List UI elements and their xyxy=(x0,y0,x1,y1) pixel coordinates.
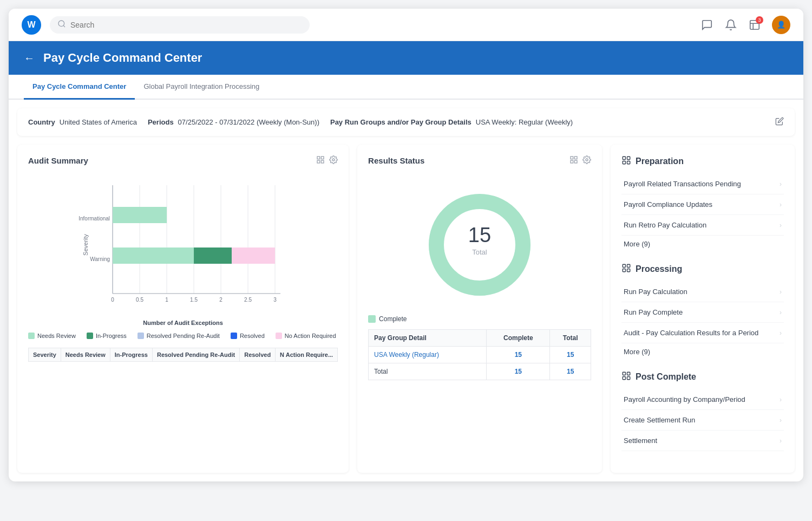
legend-no-action: No Action Required xyxy=(276,333,336,339)
results-status-card: Results Status 15 Total xyxy=(357,145,602,473)
panel-item-run-pay-calc[interactable]: Run Pay Calculation › xyxy=(621,282,784,302)
svg-rect-51 xyxy=(627,372,630,375)
panel-item-payroll-transactions[interactable]: Payroll Related Transactions Pending › xyxy=(621,174,784,194)
table-row: Total1515 xyxy=(369,363,591,380)
processing-title: Processing xyxy=(621,263,784,275)
chevron-right-icon: › xyxy=(780,396,782,403)
post-complete-title: Post Complete xyxy=(621,371,784,383)
search-bar[interactable] xyxy=(50,16,310,34)
edit-filter-icon[interactable] xyxy=(775,117,784,127)
preparation-icon xyxy=(621,155,631,167)
results-group-cell[interactable]: USA Weekly (Regular) xyxy=(369,347,487,363)
legend-in-progress: In-Progress xyxy=(87,333,127,339)
svg-rect-4 xyxy=(317,160,320,163)
chart-x-label: Number of Audit Exceptions xyxy=(28,320,338,326)
legend-dot-no-action xyxy=(276,333,282,339)
svg-rect-32 xyxy=(571,157,573,159)
post-complete-icon xyxy=(621,371,631,383)
avatar[interactable]: 👤 xyxy=(772,16,790,34)
audit-th-severity: Severity xyxy=(29,348,61,362)
page-header: ← Pay Cycle Command Center xyxy=(9,41,803,75)
svg-rect-48 xyxy=(627,269,630,272)
audit-th-resolved: Resolved xyxy=(240,348,276,362)
app-shell: W 3 👤 ← Pay Cycle Command Center xyxy=(9,9,803,481)
chevron-right-icon: › xyxy=(780,329,782,337)
audit-settings-icon[interactable] xyxy=(329,155,338,166)
inbox-badge: 3 xyxy=(756,16,763,24)
results-th-complete: Complete xyxy=(487,330,550,347)
svg-rect-3 xyxy=(321,157,324,159)
processing-section: Processing Run Pay Calculation › Run Pay… xyxy=(621,263,784,360)
results-group-cell: Total xyxy=(369,363,487,380)
results-filter-icon[interactable] xyxy=(569,155,578,166)
audit-filter-icon[interactable] xyxy=(316,155,325,166)
legend-dot-resolved-pending xyxy=(137,333,144,339)
results-status-title: Results Status xyxy=(368,155,591,166)
svg-rect-31 xyxy=(232,248,275,264)
results-th-total: Total xyxy=(550,330,591,347)
chat-icon[interactable] xyxy=(700,18,713,31)
svg-text:3: 3 xyxy=(273,297,277,303)
svg-rect-41 xyxy=(623,157,625,159)
inbox-icon[interactable]: 3 xyxy=(748,18,761,31)
tabs-bar: Pay Cycle Command Center Global Payroll … xyxy=(9,75,803,100)
svg-point-0 xyxy=(58,21,64,27)
panel-item-settlement[interactable]: Settlement › xyxy=(621,431,784,451)
periods-label: Periods xyxy=(148,118,174,126)
groups-value: USA Weekly: Regular (Weekly) xyxy=(476,118,573,126)
legend-needs-review: Needs Review xyxy=(28,333,76,339)
svg-rect-5 xyxy=(321,160,324,163)
main-grid: Audit Summary Severity xyxy=(17,145,795,473)
panel-item-run-pay-complete[interactable]: Run Pay Complete › xyxy=(621,302,784,323)
audit-summary-title: Audit Summary xyxy=(28,155,338,166)
svg-text:15: 15 xyxy=(468,224,491,246)
svg-rect-47 xyxy=(627,264,630,267)
complete-badge: Complete xyxy=(368,315,591,323)
periods-value: 07/25/2022 - 07/31/2022 (Weekly (Mon-Sun… xyxy=(178,118,319,126)
table-row: USA Weekly (Regular)1515 xyxy=(369,347,591,363)
panel-item-create-settlement[interactable]: Create Settlement Run › xyxy=(621,410,784,431)
svg-rect-44 xyxy=(627,161,630,164)
search-input[interactable] xyxy=(70,21,302,29)
svg-rect-52 xyxy=(627,377,630,380)
svg-rect-43 xyxy=(627,157,630,159)
svg-rect-33 xyxy=(574,157,577,159)
svg-rect-50 xyxy=(623,377,625,380)
back-button[interactable]: ← xyxy=(24,52,35,64)
panel-item-payroll-accounting[interactable]: Payroll Accounting by Company/Period › xyxy=(621,389,784,410)
results-table: Pay Group Detail Complete Total USA Week… xyxy=(368,329,591,380)
right-panel: Preparation Payroll Related Transactions… xyxy=(611,145,795,473)
panel-item-payroll-compliance[interactable]: Payroll Compliance Updates › xyxy=(621,194,784,215)
panel-item-audit-pay-calc[interactable]: Audit - Pay Calculation Results for a Pe… xyxy=(621,323,784,343)
groups-label: Pay Run Groups and/or Pay Group Details xyxy=(330,118,472,126)
svg-rect-27 xyxy=(113,248,194,264)
panel-item-retro-pay[interactable]: Run Retro Pay Calculation › xyxy=(621,215,784,236)
chevron-right-icon: › xyxy=(780,222,782,229)
results-title-icons xyxy=(569,155,591,166)
chevron-right-icon: › xyxy=(780,180,782,188)
svg-text:Severity: Severity xyxy=(82,234,89,256)
svg-rect-42 xyxy=(623,161,625,164)
svg-text:1: 1 xyxy=(165,297,168,303)
chevron-right-icon: › xyxy=(780,201,782,209)
preparation-more[interactable]: More (9) xyxy=(621,236,784,252)
audit-table-container: Severity Needs Review In-Progress Resolv… xyxy=(28,348,338,362)
donut-container: 15 Total xyxy=(368,174,591,315)
bell-icon[interactable] xyxy=(724,18,737,31)
svg-rect-26 xyxy=(113,207,167,223)
chevron-right-icon: › xyxy=(780,416,782,424)
results-settings-icon[interactable] xyxy=(582,155,591,166)
audit-th-resolved-pending: Resolved Pending Re-Audit xyxy=(152,348,239,362)
legend-resolved: Resolved xyxy=(231,333,265,339)
country-label: Country xyxy=(28,118,55,126)
tab-pay-cycle[interactable]: Pay Cycle Command Center xyxy=(24,75,135,100)
country-value: United States of America xyxy=(60,118,137,126)
svg-text:2.5: 2.5 xyxy=(244,297,252,303)
search-icon xyxy=(57,19,66,30)
processing-more[interactable]: More (9) xyxy=(621,343,784,360)
svg-text:2: 2 xyxy=(219,297,222,303)
chevron-right-icon: › xyxy=(780,309,782,316)
results-total-cell: 15 xyxy=(550,347,591,363)
results-complete-cell: 15 xyxy=(487,363,550,380)
tab-global-payroll[interactable]: Global Payroll Integration Processing xyxy=(135,75,268,100)
